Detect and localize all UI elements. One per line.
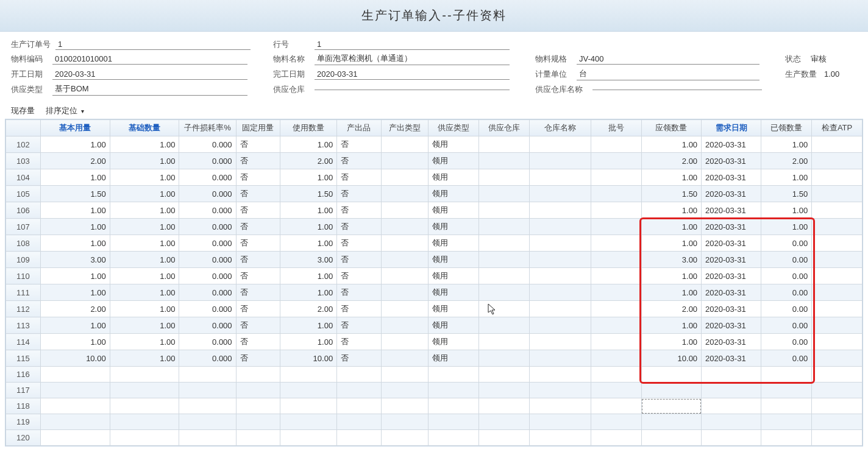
grid-cell[interactable] [812, 268, 863, 284]
grid-cell[interactable] [280, 430, 337, 446]
grid-cell[interactable]: 1.00 [110, 235, 179, 252]
grid-cell[interactable]: 1.00 [641, 235, 701, 252]
grid-cell[interactable] [702, 398, 761, 414]
grid-cell[interactable] [641, 414, 701, 430]
grid-cell[interactable] [478, 235, 529, 252]
grid-cell[interactable]: 1.00 [40, 219, 110, 235]
grid-cell[interactable] [812, 383, 863, 398]
grid-cell[interactable]: 0.00 [761, 317, 812, 334]
grid-cell[interactable] [478, 317, 529, 334]
grid-cell[interactable] [591, 169, 642, 186]
grid-cell[interactable] [429, 430, 479, 446]
grid-cell[interactable] [761, 383, 812, 398]
grid-cell[interactable]: 1.00 [280, 136, 337, 153]
grid-cell[interactable] [110, 383, 179, 398]
grid-cell[interactable] [381, 367, 429, 383]
grid-cell[interactable] [429, 367, 479, 383]
data-grid[interactable]: 基本用量 基础数量 子件损耗率% 固定用量 使用数量 产出品 产出类型 供应类型… [5, 119, 863, 446]
grid-cell[interactable] [761, 430, 812, 446]
grid-cell[interactable]: 否 [236, 317, 280, 334]
table-row[interactable]: 1071.001.000.000否1.00否领用1.002020-03-311.… [6, 219, 863, 235]
grid-cell[interactable]: 0.000 [179, 268, 236, 284]
grid-cell[interactable] [702, 383, 761, 398]
grid-cell[interactable]: 1.00 [110, 252, 179, 268]
col-loss-rate[interactable]: 子件损耗率% [179, 120, 236, 136]
grid-cell[interactable]: 1.00 [110, 284, 179, 301]
grid-cell[interactable]: 2020-03-31 [702, 350, 761, 367]
grid-cell[interactable] [529, 136, 591, 153]
grid-cell[interactable]: 1.00 [40, 235, 110, 252]
grid-cell[interactable]: 领用 [429, 169, 479, 186]
grid-cell[interactable]: 领用 [429, 153, 479, 169]
grid-cell[interactable]: 否 [337, 334, 381, 350]
grid-cell[interactable] [280, 398, 337, 414]
grid-cell[interactable]: 0.00 [761, 334, 812, 350]
grid-cell[interactable] [478, 252, 529, 268]
row-number-cell[interactable]: 103 [6, 153, 41, 169]
grid-cell[interactable]: 1.50 [280, 186, 337, 202]
grid-cell[interactable]: 1.00 [110, 153, 179, 169]
grid-cell[interactable] [591, 414, 642, 430]
grid-cell[interactable]: 否 [337, 284, 381, 301]
grid-cell[interactable]: 1.00 [280, 169, 337, 186]
grid-cell[interactable] [337, 383, 381, 398]
col-base-qty[interactable]: 基础数量 [110, 120, 179, 136]
grid-cell[interactable]: 否 [337, 202, 381, 219]
grid-cell[interactable] [591, 284, 642, 301]
row-number-cell[interactable]: 104 [6, 169, 41, 186]
col-atp[interactable]: 检查ATP [812, 120, 863, 136]
grid-cell[interactable] [812, 350, 863, 367]
grid-cell[interactable]: 1.00 [280, 202, 337, 219]
grid-cell[interactable]: 2.00 [40, 301, 110, 317]
grid-cell[interactable]: 2020-03-31 [702, 186, 761, 202]
grid-cell[interactable] [812, 301, 863, 317]
grid-cell[interactable] [702, 430, 761, 446]
col-use-qty[interactable]: 使用数量 [280, 120, 337, 136]
grid-cell[interactable] [591, 430, 642, 446]
grid-cell[interactable] [110, 367, 179, 383]
grid-cell[interactable] [761, 398, 812, 414]
grid-cell[interactable] [110, 414, 179, 430]
grid-cell[interactable]: 0.000 [179, 153, 236, 169]
grid-cell[interactable]: 2020-03-31 [702, 153, 761, 169]
grid-cell[interactable]: 2020-03-31 [702, 219, 761, 235]
grid-cell[interactable] [591, 301, 642, 317]
grid-cell[interactable] [529, 430, 591, 446]
grid-cell[interactable]: 2020-03-31 [702, 334, 761, 350]
col-rownum[interactable] [6, 120, 41, 136]
grid-cell[interactable]: 2.00 [641, 153, 701, 169]
grid-cell[interactable]: 1.00 [110, 136, 179, 153]
grid-cell[interactable] [641, 383, 701, 398]
grid-cell[interactable] [812, 367, 863, 383]
grid-cell[interactable]: 1.00 [40, 202, 110, 219]
grid-cell[interactable] [812, 202, 863, 219]
grid-cell[interactable] [812, 317, 863, 334]
grid-cell[interactable]: 1.00 [110, 317, 179, 334]
grid-cell[interactable] [591, 235, 642, 252]
grid-cell[interactable] [591, 153, 642, 169]
grid-cell[interactable]: 1.00 [761, 169, 812, 186]
grid-cell[interactable] [529, 268, 591, 284]
grid-cell[interactable] [381, 301, 429, 317]
grid-cell[interactable] [478, 186, 529, 202]
grid-cell[interactable] [812, 252, 863, 268]
grid-cell[interactable]: 1.00 [761, 136, 812, 153]
grid-cell[interactable]: 否 [337, 169, 381, 186]
grid-cell[interactable] [591, 367, 642, 383]
grid-cell[interactable]: 1.00 [641, 219, 701, 235]
grid-cell[interactable]: 1.00 [110, 186, 179, 202]
grid-cell[interactable]: 1.00 [280, 284, 337, 301]
grid-cell[interactable]: 2020-03-31 [702, 301, 761, 317]
row-number-cell[interactable]: 111 [6, 284, 41, 301]
grid-cell[interactable]: 0.000 [179, 219, 236, 235]
grid-cell[interactable]: 2020-03-31 [702, 317, 761, 334]
grid-cell[interactable]: 1.50 [761, 186, 812, 202]
grid-cell[interactable] [529, 153, 591, 169]
table-row[interactable]: 118 [6, 398, 863, 414]
grid-cell[interactable]: 0.00 [761, 284, 812, 301]
grid-cell[interactable]: 0.000 [179, 317, 236, 334]
grid-cell[interactable] [179, 367, 236, 383]
grid-cell[interactable] [478, 219, 529, 235]
row-number-cell[interactable]: 108 [6, 235, 41, 252]
unit-value[interactable]: 台 [577, 68, 760, 80]
